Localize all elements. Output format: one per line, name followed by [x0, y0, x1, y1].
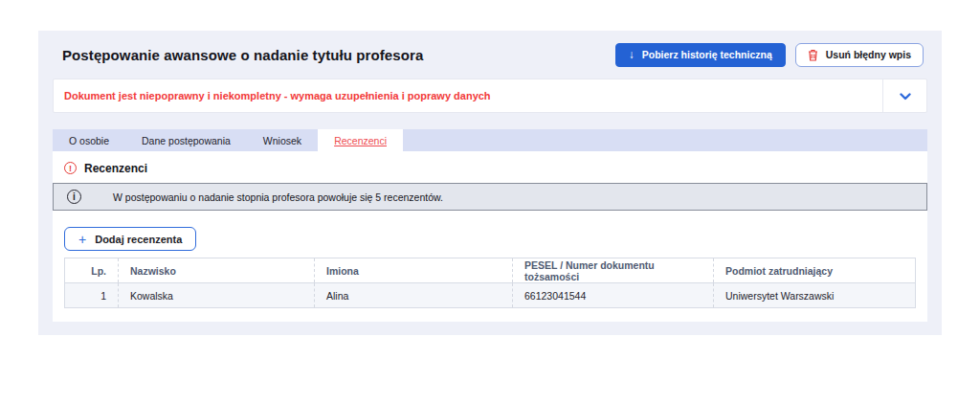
delete-invalid-entry-button[interactable]: Usuń błędny wpis: [795, 43, 924, 67]
delete-button-label: Usuń błędny wpis: [826, 49, 911, 60]
validation-warning-bar: Dokument jest niepoprawny i niekompletny…: [53, 79, 927, 113]
column-header-imiona: Imiona: [315, 258, 513, 283]
section-header: ! Recenzenci: [53, 151, 927, 183]
cell-podmiot: Uniwersytet Warszawski: [714, 283, 916, 308]
warning-message: Dokument jest niepoprawny i niekompletny…: [54, 79, 882, 112]
cell-pesel: 66123041544: [513, 283, 714, 308]
download-technical-history-button[interactable]: ↓ Pobierz historię techniczną: [615, 43, 786, 67]
info-banner: i W postępowaniu o nadanie stopnia profe…: [53, 183, 927, 211]
section-title: Recenzenci: [84, 162, 147, 175]
header-actions: ↓ Pobierz historię techniczną Usuń błędn…: [615, 43, 924, 67]
add-reviewer-label: Dodaj recenzenta: [95, 234, 182, 245]
info-message: W postępowaniu o nadanie stopnia profeso…: [113, 191, 443, 203]
plus-icon: +: [78, 233, 86, 246]
info-circle-icon: i: [67, 190, 81, 204]
chevron-down-icon: [900, 87, 911, 104]
tab-content: ! Recenzenci i W postępowaniu o nadanie …: [53, 151, 927, 322]
tab-bar: O osobie Dane postępowania Wniosek Recen…: [53, 129, 927, 151]
table-header-row: Lp. Nazwisko Imiona PESEL / Numer dokume…: [65, 258, 916, 283]
column-header-lp: Lp.: [65, 258, 119, 283]
tab-o-osobie[interactable]: O osobie: [53, 129, 125, 151]
tab-wniosek[interactable]: Wniosek: [247, 129, 318, 151]
procedure-panel: Postępowanie awansowe o nadanie tytułu p…: [38, 31, 942, 335]
tab-dane-postepowania[interactable]: Dane postępowania: [125, 129, 247, 151]
trash-icon: [808, 49, 818, 61]
table-row[interactable]: 1 Kowalska Alina 66123041544 Uniwersytet…: [65, 283, 916, 308]
cell-nazwisko: Kowalska: [119, 283, 315, 308]
cell-lp: 1: [65, 283, 119, 308]
download-button-label: Pobierz historię techniczną: [642, 49, 772, 60]
column-header-nazwisko: Nazwisko: [119, 258, 315, 283]
add-reviewer-button[interactable]: + Dodaj recenzenta: [64, 227, 196, 251]
panel-header: Postępowanie awansowe o nadanie tytułu p…: [38, 31, 942, 79]
cell-imiona: Alina: [315, 283, 513, 308]
download-icon: ↓: [629, 48, 635, 61]
error-circle-icon: !: [64, 162, 77, 174]
column-header-podmiot: Podmiot zatrudniający: [714, 258, 916, 283]
warning-expand-button[interactable]: [882, 79, 926, 112]
page-title: Postępowanie awansowe o nadanie tytułu p…: [62, 47, 423, 63]
reviewers-table: Lp. Nazwisko Imiona PESEL / Numer dokume…: [64, 258, 916, 308]
tab-recenzenci[interactable]: Recenzenci: [318, 129, 403, 151]
column-header-pesel: PESEL / Numer dokumentu tożsamości: [513, 258, 714, 283]
